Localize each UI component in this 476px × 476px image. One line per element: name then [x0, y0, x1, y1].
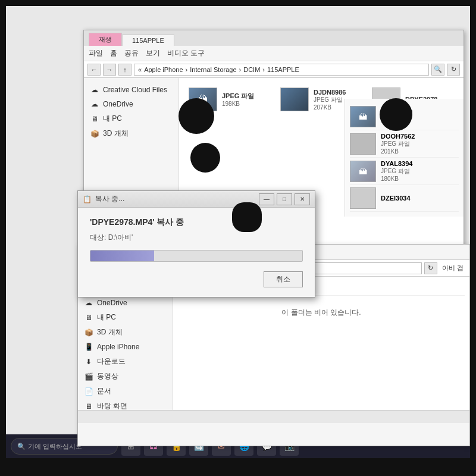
- file-size: 198KB: [222, 101, 254, 107]
- right-thumbnail: 🏔: [350, 161, 376, 182]
- dialog-body: 'DPYE2978.MP4' 복사 중 대상: D:\아비' 취소: [78, 208, 315, 297]
- refresh-btn-2[interactable]: ↻: [424, 262, 437, 274]
- sidebar-item-download[interactable]: ⬇ 다운로드: [78, 354, 173, 369]
- download-icon: ⬇: [84, 357, 93, 367]
- sidebar-item-onedrive[interactable]: ☁ OneDrive: [84, 97, 178, 111]
- dialog-main-text: 'DPYE2978.MP4' 복사 중: [90, 217, 303, 228]
- sidebar-item-3d-2[interactable]: 📦 3D 개체: [78, 325, 173, 340]
- dialog-buttons: 취소: [90, 271, 303, 287]
- nav-forward-btn[interactable]: →: [103, 64, 116, 76]
- tab-bar: 재생 115APPLE: [84, 30, 464, 46]
- sidebar-item-docs[interactable]: 📄 문서: [78, 384, 173, 399]
- dialog-title-bar: 📋 복사 중... — □ ✕: [78, 191, 315, 208]
- sidebar-item-onedrive-2[interactable]: ☁ OneDrive: [78, 296, 173, 310]
- file-size: 201KB: [381, 148, 415, 155]
- file-size: 180KB: [381, 176, 412, 182]
- address-bar: ← → ↑ « Apple iPhone › Internal Storage …: [84, 61, 464, 78]
- address-dcim: DCIM: [243, 66, 260, 73]
- file-size: 207KB: [314, 104, 346, 111]
- right-thumbnail: [350, 133, 376, 155]
- dialog-close-btn[interactable]: ✕: [295, 193, 310, 205]
- empty-message: 이 폴더는 비어 있습니다.: [178, 298, 465, 327]
- redaction-blob-1: [178, 98, 214, 134]
- image-icon: 🏔: [359, 112, 367, 121]
- file-name: DYAL8394: [381, 160, 412, 167]
- desktop-icon: 🖥: [84, 402, 93, 411]
- cancel-button[interactable]: 취소: [264, 271, 303, 287]
- redaction-blob-4: [232, 202, 262, 232]
- dialog-sub-text: 대상: D:\아비': [90, 233, 303, 243]
- image-icon: 🏔: [359, 167, 367, 176]
- file-type: JPEG 파일: [381, 167, 412, 176]
- copy-dialog: 📋 복사 중... — □ ✕ 'DPYE2978.MP4' 복사 중 대상: …: [77, 190, 315, 298]
- menu-share[interactable]: 공유: [124, 48, 139, 58]
- cloud-icon: ☁: [90, 85, 99, 95]
- 3d-icon: 📦: [90, 129, 99, 139]
- 3d-icon-2: 📦: [84, 328, 93, 337]
- sidebar-item-creative-cloud[interactable]: ☁ Creative Cloud Files: [84, 83, 178, 97]
- screen: 재생 115APPLE 파일 홈 공유 보기 비디오 도구 ← → ↑: [6, 6, 470, 458]
- onedrive-icon: ☁: [90, 99, 99, 109]
- iphone-icon: 📱: [84, 342, 93, 352]
- file-type: JPEG 파일: [381, 140, 415, 148]
- search-placeholder: 기에 입력하십시오: [28, 442, 82, 451]
- onedrive-icon-2: ☁: [84, 298, 93, 308]
- address-internal-storage: Internal Storage: [190, 66, 236, 73]
- pc-icon-2: 🖥: [84, 313, 93, 322]
- nav-up-btn[interactable]: ↑: [118, 64, 131, 76]
- pc-icon: 🖥: [90, 114, 99, 124]
- menu-home[interactable]: 홈: [110, 48, 117, 58]
- sidebar-item-video[interactable]: 🎬 동영상: [78, 369, 173, 384]
- docs-icon: 📄: [84, 387, 93, 396]
- sidebar-item-desktop[interactable]: 🖥 바탕 화면: [78, 399, 173, 410]
- redaction-blob-2: [380, 98, 412, 131]
- file-name: DOOH7562: [381, 133, 415, 140]
- dialog-title-text: 복사 중...: [95, 194, 124, 204]
- dialog-minimize-btn[interactable]: —: [259, 193, 274, 205]
- video-icon: 🎬: [84, 372, 93, 381]
- right-label: 아비 검: [440, 264, 466, 273]
- dialog-maximize-btn[interactable]: □: [277, 193, 292, 205]
- right-file-item[interactable]: 🏔 DYAL8394 JPEG 파일 180KB: [350, 158, 459, 185]
- sidebar-item-3d[interactable]: 📦 3D 개체: [84, 126, 178, 141]
- redaction-blob-3: [190, 143, 220, 173]
- right-file-item[interactable]: DZEI3034: [350, 185, 459, 212]
- dialog-icon: 📋: [83, 195, 92, 203]
- right-thumbnail: [350, 187, 376, 209]
- sidebar-item-apple-iphone[interactable]: 📱 Apple iPhone: [78, 340, 173, 354]
- dialog-dest-label: 대상:: [90, 233, 106, 242]
- nav-back-btn[interactable]: ←: [87, 64, 101, 76]
- menu-video-tools[interactable]: 비디오 도구: [167, 48, 205, 58]
- dialog-dest-path: D:\아비': [108, 233, 133, 242]
- right-file-item[interactable]: DOOH7562 JPEG 파일 201KB: [350, 130, 459, 158]
- tab-115apple[interactable]: 115APPLE: [122, 35, 174, 46]
- sidebar-item-mypc-2[interactable]: 🖥 내 PC: [78, 310, 173, 325]
- address-115apple: 115APPLE: [267, 66, 299, 73]
- search-icon: 🔍: [17, 443, 26, 450]
- file-name: JPEG 파일: [222, 92, 254, 101]
- monitor: 재생 115APPLE 파일 홈 공유 보기 비디오 도구 ← → ↑: [0, 0, 476, 476]
- status-bar: [78, 410, 469, 423]
- address-path[interactable]: « Apple iPhone › Internal Storage › DCIM…: [134, 64, 429, 76]
- file-type: JPEG 파일: [314, 96, 346, 104]
- file-name: DZEI3034: [381, 195, 411, 202]
- search-btn[interactable]: 🔍: [431, 64, 444, 76]
- file-thumbnail: [280, 87, 309, 111]
- menu-file[interactable]: 파일: [89, 48, 103, 58]
- menu-view[interactable]: 보기: [146, 48, 160, 58]
- address-apple-iphone: Apple iPhone: [144, 66, 183, 73]
- progress-bar-fill: [90, 250, 154, 261]
- progress-bar-container: [90, 250, 303, 262]
- tab-play[interactable]: 재생: [89, 33, 122, 46]
- menu-bar: 파일 홈 공유 보기 비디오 도구: [84, 46, 464, 61]
- sidebar-item-mypc[interactable]: 🖥 내 PC: [84, 111, 178, 126]
- file-name: DJDN8986: [314, 89, 346, 96]
- right-thumbnail: 🏔: [350, 106, 376, 127]
- refresh-btn[interactable]: ↻: [447, 64, 460, 76]
